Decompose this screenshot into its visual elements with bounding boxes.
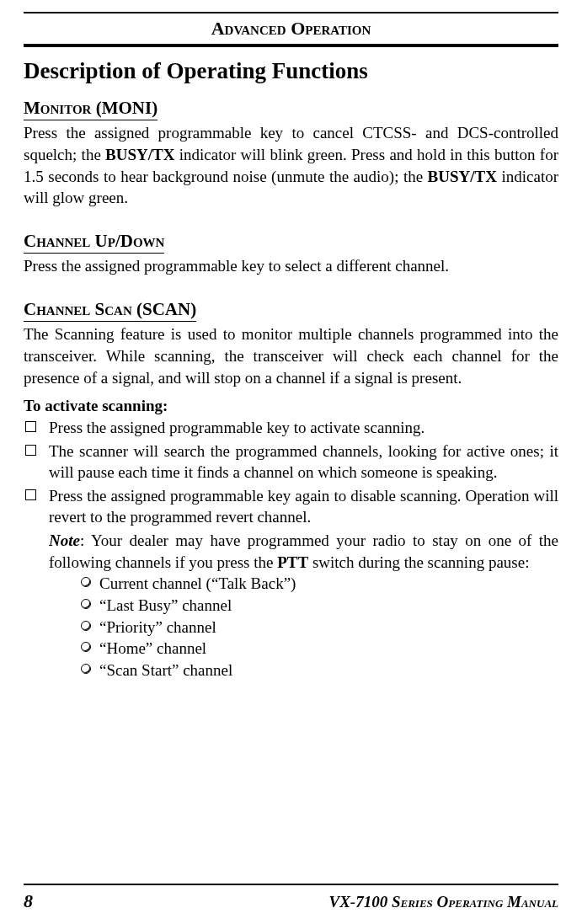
section-monitor: Monitor (MONI) Press the assigned progra… xyxy=(24,89,558,209)
list-item: “Last Busy” channel xyxy=(81,595,558,617)
text: switch during the scanning pause: xyxy=(308,553,529,571)
heading-channel-updown: Channel Up/Down xyxy=(24,229,164,254)
list-item: “Priority” channel xyxy=(81,617,558,638)
manual-title: VX-7100 Series Operating Manual xyxy=(329,891,558,913)
list-item: “Scan Start” channel xyxy=(81,660,558,681)
section-channel-updown: Channel Up/Down Press the assigned progr… xyxy=(24,222,558,277)
note-label: Note xyxy=(49,531,80,549)
list-item: Current channel (“Talk Back”) xyxy=(81,573,558,595)
list-item: The scanner will search the programmed c… xyxy=(24,441,558,483)
list-item: “Home” channel xyxy=(81,638,558,660)
page-footer: 8 VX-7100 Series Operating Manual xyxy=(24,884,558,914)
heading-channel-scan: Channel Scan (SCAN) xyxy=(24,297,196,322)
ptt-channel-list: Current channel (“Talk Back”) “Last Busy… xyxy=(81,573,558,681)
para-channel-updown: Press the assigned programmable key to s… xyxy=(24,255,558,277)
chapter-title: Advanced Operation xyxy=(24,12,558,47)
heading-monitor: Monitor (MONI) xyxy=(24,96,158,120)
page-heading: Description of Operating Functions xyxy=(24,56,558,86)
busytx-label: BUSY/TX xyxy=(105,146,174,163)
subhead-activate-scanning: To activate scanning: xyxy=(24,395,558,417)
page-number: 8 xyxy=(24,889,33,914)
list-item: Press the assigned programmable key to a… xyxy=(24,417,558,439)
section-channel-scan: Channel Scan (SCAN) The Scanning feature… xyxy=(24,291,558,681)
ptt-label: PTT xyxy=(277,553,308,571)
list-item: Press the assigned programmable key agai… xyxy=(24,485,558,528)
para-scan-intro: The Scanning feature is used to monitor … xyxy=(24,323,558,388)
note-block: Note: Your dealer may have programmed yo… xyxy=(24,530,558,573)
busytx-label: BUSY/TX xyxy=(428,168,497,185)
para-monitor: Press the assigned programmable key to c… xyxy=(24,122,558,209)
activate-scan-list: Press the assigned programmable key to a… xyxy=(24,417,558,528)
